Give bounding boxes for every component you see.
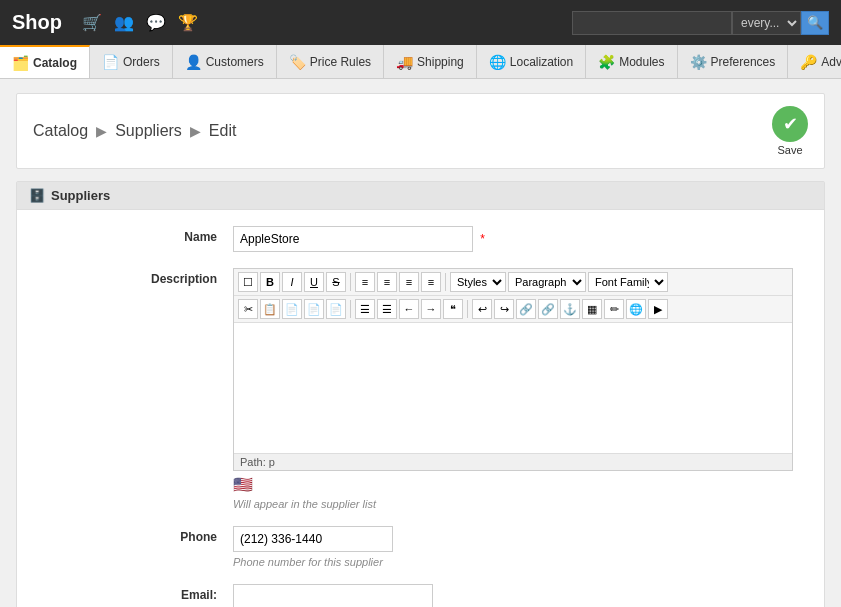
rte-bold-btn[interactable]: B [260,272,280,292]
orders-icon: 📄 [102,54,119,70]
nav-tabs: 🗂️ Catalog 📄 Orders 👤 Customers 🏷️ Price… [0,45,841,79]
rte-blockquote-btn[interactable]: ❝ [443,299,463,319]
email-input[interactable] [233,584,433,607]
rte-unordered-list-btn[interactable]: ☰ [355,299,375,319]
phone-field: Phone number for this supplier [233,526,808,568]
name-input[interactable] [233,226,473,252]
users-icon[interactable]: 👥 [114,13,134,32]
search-scope-select[interactable]: every... [732,11,801,35]
tab-customers[interactable]: 👤 Customers [173,45,277,78]
rte-align-left-btn[interactable]: ≡ [355,272,375,292]
rte-outdent-btn[interactable]: ← [399,299,419,319]
rte-sep-3 [350,300,351,318]
tab-advanced-parameters[interactable]: 🔑 Advanced Parameters [788,45,841,78]
rte-indent-btn[interactable]: → [421,299,441,319]
rich-text-editor: ☐ B I U S ≡ ≡ ≡ ≡ Styles [233,268,793,471]
rte-ordered-list-btn[interactable]: ☰ [377,299,397,319]
rte-align-center-btn[interactable]: ≡ [377,272,397,292]
rte-more-btn[interactable]: ▶ [648,299,668,319]
price-rules-icon: 🏷️ [289,54,306,70]
rte-toolbar-2: ✂ 📋 📄 📄 📄 ☰ ☰ ← → ❝ ↩ [234,296,792,323]
rte-paragraph-select[interactable]: Paragraph [508,272,586,292]
rte-anchor-btn[interactable]: ⚓ [560,299,580,319]
rte-fontfamily-select[interactable]: Font Family [588,272,668,292]
email-field [233,584,808,607]
rte-sep-1 [350,273,351,291]
cart-icon[interactable]: 🛒 [82,13,102,32]
suppliers-panel: 🗄️ Suppliers Name * Description [16,181,825,607]
save-button[interactable]: ✔ Save [772,106,808,156]
description-label: Description [33,268,233,286]
tab-orders[interactable]: 📄 Orders [90,45,173,78]
chat-icon[interactable]: 💬 [146,13,166,32]
tab-shipping[interactable]: 🚚 Shipping [384,45,477,78]
name-label: Name [33,226,233,244]
required-star: * [480,232,485,246]
modules-icon: 🧩 [598,54,615,70]
phone-label: Phone [33,526,233,544]
breadcrumb-sep-1: ▶ [96,123,107,139]
localization-icon: 🌐 [489,54,506,70]
rte-footer: Path: p [234,453,792,470]
name-field: * [233,226,808,252]
tab-preferences[interactable]: ⚙️ Preferences [678,45,789,78]
description-field: ☐ B I U S ≡ ≡ ≡ ≡ Styles [233,268,808,510]
panel-body: Name * Description ☐ B I U [17,210,824,607]
shipping-icon: 🚚 [396,54,413,70]
email-label: Email: [33,584,233,602]
rte-redo-btn[interactable]: ↪ [494,299,514,319]
email-row: Email: [17,584,824,607]
rte-link-btn[interactable]: 🔗 [516,299,536,319]
top-bar: Shop 🛒 👥 💬 🏆 every... 🔍 [0,0,841,45]
rte-styles-select[interactable]: Styles [450,272,506,292]
tab-price-rules[interactable]: 🏷️ Price Rules [277,45,384,78]
tab-catalog[interactable]: 🗂️ Catalog [0,45,90,78]
content-area: Catalog ▶ Suppliers ▶ Edit ✔ Save 🗄️ Sup… [0,79,841,607]
rte-unlink-btn[interactable]: 🔗 [538,299,558,319]
tab-modules[interactable]: 🧩 Modules [586,45,677,78]
breadcrumb: Catalog ▶ Suppliers ▶ Edit [33,122,236,140]
rte-help-btn[interactable]: 🌐 [626,299,646,319]
rte-toolbar-1: ☐ B I U S ≡ ≡ ≡ ≡ Styles [234,269,792,296]
rte-body[interactable] [234,323,792,453]
app-title: Shop [12,11,62,34]
rte-align-justify-btn[interactable]: ≡ [421,272,441,292]
tab-localization[interactable]: 🌐 Localization [477,45,586,78]
panel-icon: 🗄️ [29,188,45,203]
breadcrumb-bar: Catalog ▶ Suppliers ▶ Edit ✔ Save [16,93,825,169]
rte-paste-word-btn[interactable]: 📄 [326,299,346,319]
search-input[interactable] [572,11,732,35]
phone-hint: Phone number for this supplier [233,556,808,568]
rte-undo-btn[interactable]: ↩ [472,299,492,319]
search-button[interactable]: 🔍 [801,11,829,35]
rte-paste-btn[interactable]: 📄 [282,299,302,319]
catalog-icon: 🗂️ [12,55,29,71]
flag-icon: 🇺🇸 [233,475,808,494]
rte-strikethrough-btn[interactable]: S [326,272,346,292]
phone-row: Phone Phone number for this supplier [17,526,824,568]
rte-edit-btn[interactable]: ✏ [604,299,624,319]
trophy-icon[interactable]: 🏆 [178,13,198,32]
customers-icon: 👤 [185,54,202,70]
rte-paste-text-btn[interactable]: 📄 [304,299,324,319]
rte-sep-2 [445,273,446,291]
rte-copy-btn[interactable]: 📋 [260,299,280,319]
rte-align-right-btn[interactable]: ≡ [399,272,419,292]
advanced-icon: 🔑 [800,54,817,70]
rte-cut-btn[interactable]: ✂ [238,299,258,319]
preferences-icon: ⚙️ [690,54,707,70]
rte-italic-btn[interactable]: I [282,272,302,292]
save-icon: ✔ [772,106,808,142]
rte-table-btn[interactable]: ▦ [582,299,602,319]
panel-header: 🗄️ Suppliers [17,182,824,210]
search-bar: every... 🔍 [572,11,829,35]
breadcrumb-sep-2: ▶ [190,123,201,139]
description-hint: Will appear in the supplier list [233,498,808,510]
rte-underline-btn[interactable]: U [304,272,324,292]
name-row: Name * [17,226,824,252]
phone-input[interactable] [233,526,393,552]
description-row: Description ☐ B I U S ≡ ≡ ≡ [17,268,824,510]
rte-source-btn[interactable]: ☐ [238,272,258,292]
rte-sep-4 [467,300,468,318]
